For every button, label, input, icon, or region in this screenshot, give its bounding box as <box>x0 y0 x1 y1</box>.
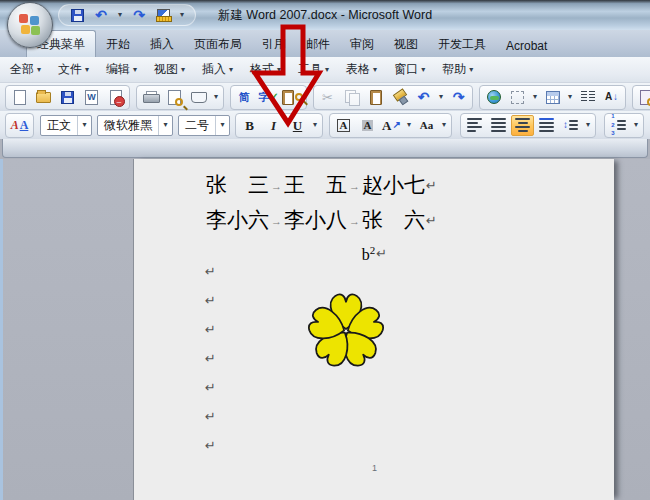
tab-references[interactable]: 引用 <box>252 31 296 57</box>
numbering-dropdown[interactable]: ▾ <box>631 115 641 136</box>
borders-dropdown[interactable]: ▾ <box>530 87 540 108</box>
grow-font-button[interactable]: A↗ <box>380 115 403 136</box>
formula-base: b <box>362 246 370 263</box>
chinese-convert-button[interactable]: 简 <box>233 87 256 108</box>
save-icon <box>61 91 74 104</box>
format-painter-button[interactable] <box>388 87 411 108</box>
underline-button[interactable]: U <box>286 115 309 136</box>
tab-acrobat[interactable]: Acrobat <box>496 34 557 57</box>
document-map-button[interactable] <box>635 87 650 108</box>
formula-line[interactable]: b2↵ <box>134 244 615 264</box>
distribute-button[interactable] <box>535 115 558 136</box>
font-size-dropdown[interactable]: ▾ <box>215 116 229 135</box>
menu-window[interactable]: 窗口▾ <box>394 61 425 78</box>
cut-button[interactable]: ✂ <box>316 87 339 108</box>
font-size-combo[interactable]: 二号 ▾ <box>178 115 230 136</box>
hyperlink-button[interactable] <box>482 87 505 108</box>
formatting-toolbar: A A 正文 ▾ 微软雅黑 ▾ 二号 ▾ B I U ▾ A A A↗ ▾ Aa <box>0 111 650 139</box>
menu-insert[interactable]: 插入▾ <box>202 61 233 78</box>
tab-view[interactable]: 视图 <box>384 31 428 57</box>
insert-table-button[interactable] <box>541 87 564 108</box>
draw-table-button[interactable] <box>153 6 173 24</box>
document-page[interactable]: 张 三→王 五→赵小七↵ 李小六→李小八→张 六↵ b2↵ ↵ ↵ ↵ ↵ ↵ … <box>133 159 614 500</box>
redo-icon: ↷ <box>133 8 145 22</box>
borders-button[interactable] <box>506 87 529 108</box>
new-document-button[interactable] <box>8 87 31 108</box>
save-button[interactable] <box>67 6 87 24</box>
tab-mailings[interactable]: 邮件 <box>296 31 340 57</box>
redo-button-toolbar[interactable]: ↷ <box>447 87 470 108</box>
sort-button[interactable]: A↓ <box>600 87 623 108</box>
reading-view-dropdown[interactable]: ▾ <box>211 87 221 108</box>
text-line-2[interactable]: 李小六→李小八→张 六↵ <box>206 206 437 234</box>
find-button[interactable] <box>281 87 304 108</box>
text-line-1[interactable]: 张 三→王 五→赵小七↵ <box>206 171 437 199</box>
menu-file[interactable]: 文件▾ <box>58 61 89 78</box>
underline-icon: U <box>293 119 302 132</box>
redo-button[interactable]: ↷ <box>129 6 149 24</box>
menu-table[interactable]: 表格▾ <box>346 61 377 78</box>
reading-view-button[interactable] <box>187 87 210 108</box>
undo-button[interactable]: ↶ <box>91 6 111 24</box>
character-shading-button[interactable]: A <box>356 115 379 136</box>
paste-button[interactable] <box>364 87 387 108</box>
menu-format[interactable]: 格式▾ <box>250 61 281 78</box>
undo-button-toolbar[interactable]: ↶ <box>412 87 435 108</box>
tab-page-layout[interactable]: 页面布局 <box>184 31 252 57</box>
undo-dropdown[interactable]: ▾ <box>115 6 125 24</box>
tab-home[interactable]: 开始 <box>96 31 140 57</box>
menu-view[interactable]: 视图▾ <box>154 61 185 78</box>
undo-dropdown-toolbar[interactable]: ▾ <box>436 87 446 108</box>
flower-shape[interactable] <box>307 292 385 370</box>
columns-button[interactable] <box>576 87 599 108</box>
center-button[interactable] <box>511 115 534 136</box>
tab-insert[interactable]: 插入 <box>140 31 184 57</box>
customize-qat-dropdown[interactable]: ▾ <box>177 6 187 24</box>
close-document-button[interactable] <box>104 87 127 108</box>
numbering-button[interactable]: 123 <box>607 115 630 136</box>
paragraph-mark-icon: ↵ <box>205 322 216 337</box>
find-icon <box>282 90 294 105</box>
save-button-toolbar[interactable] <box>56 87 79 108</box>
underline-dropdown[interactable]: ▾ <box>310 115 320 136</box>
tab-review[interactable]: 审阅 <box>340 31 384 57</box>
standard-toolbar: W ▾ 简 字✓ ✂ ↶ ▾ ↷ ▾ ▾ <box>0 83 650 111</box>
menu-all[interactable]: 全部▾ <box>10 61 41 78</box>
change-case-button[interactable]: Aa <box>415 115 438 136</box>
grow-font-dropdown[interactable]: ▾ <box>404 115 414 136</box>
file-group: W <box>5 85 130 110</box>
office-button[interactable] <box>7 2 53 48</box>
menu-tools[interactable]: 工具▾ <box>298 61 329 78</box>
document-area: 张 三→王 五→赵小七↵ 李小六→李小八→张 六↵ b2↵ ↵ ↵ ↵ ↵ ↵ … <box>0 159 650 500</box>
style-dropdown[interactable]: ▾ <box>77 116 91 135</box>
tab-developer[interactable]: 开发工具 <box>428 31 496 57</box>
change-case-dropdown[interactable]: ▾ <box>439 115 449 136</box>
quick-access-toolbar: ↶ ▾ ↷ ▾ <box>58 4 196 26</box>
insert-table-dropdown[interactable]: ▾ <box>565 87 575 108</box>
align-left-button[interactable] <box>463 115 486 136</box>
grow-font-icon: A <box>382 119 391 132</box>
copy-button[interactable] <box>340 87 363 108</box>
table-icon <box>546 91 560 104</box>
font-dropdown[interactable]: ▾ <box>158 116 172 135</box>
line-spacing-dropdown[interactable]: ▾ <box>583 115 593 136</box>
bold-button[interactable]: B <box>238 115 261 136</box>
font-dialog-button[interactable]: A A <box>8 115 31 136</box>
menu-help[interactable]: 帮助▾ <box>442 61 473 78</box>
font-combo[interactable]: 微软雅黑 ▾ <box>97 115 173 136</box>
menu-edit[interactable]: 编辑▾ <box>106 61 137 78</box>
save-as-word-button[interactable]: W <box>80 87 103 108</box>
style-combo[interactable]: 正文 ▾ <box>40 115 92 136</box>
italic-button[interactable]: I <box>262 115 285 136</box>
spelling-button[interactable]: 字✓ <box>257 87 280 108</box>
open-button[interactable] <box>32 87 55 108</box>
print-preview-button[interactable] <box>163 87 186 108</box>
justify-button[interactable] <box>487 115 510 136</box>
character-border-button[interactable]: A <box>332 115 355 136</box>
chevron-down-icon: ▾ <box>37 66 41 74</box>
empty-paragraph-column[interactable]: ↵ ↵ ↵ ↵ ↵ ↵ ↵ <box>204 264 216 467</box>
line-spacing-button[interactable]: ↕ <box>559 115 582 136</box>
undo-icon: ↶ <box>418 90 430 104</box>
print-button[interactable] <box>139 87 162 108</box>
paste-icon <box>370 90 382 105</box>
